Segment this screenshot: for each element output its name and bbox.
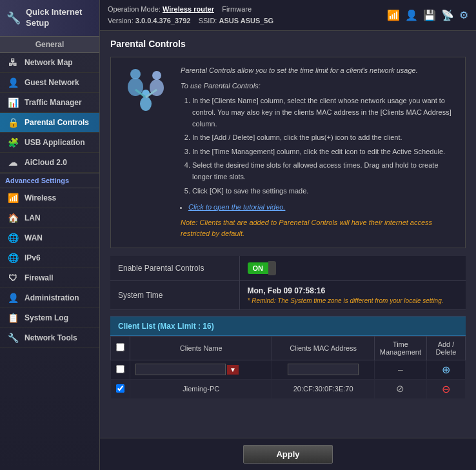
sidebar-item-lan[interactable]: 🏠 LAN — [0, 208, 99, 228]
table-row: Jieming-PC 20:CF:30:0F:3E:70 ⊘ ⊖ — [111, 379, 466, 398]
parental-controls-icon: 🔒 — [6, 117, 19, 128]
steps-list: In the [Clients Name] column, select the… — [192, 95, 455, 197]
step-4: Select the desired time slots for allowe… — [192, 160, 455, 182]
sidebar-item-label: Wireless — [25, 193, 56, 202]
sidebar-item-label: System Log — [25, 313, 68, 322]
row1-mac-input[interactable] — [288, 364, 359, 375]
sidebar-item-traffic-manager[interactable]: 📊 Traffic Manager — [0, 93, 99, 113]
network-map-icon: 🖧 — [6, 57, 19, 68]
sidebar-item-administration[interactable]: 👤 Administration — [0, 288, 99, 308]
col-clients-name-header: Clients Name — [130, 336, 272, 360]
sidebar-item-label: Firewall — [25, 273, 54, 282]
advanced-settings-label: Advanced Settings — [0, 173, 99, 188]
row2-delete-cell: ⊖ — [427, 379, 466, 398]
apply-button[interactable]: Apply — [243, 445, 332, 464]
top-bar-icons: 📶 👤 💾 📡 ⚙ — [387, 9, 468, 21]
wireless-icon: 📶 — [6, 193, 19, 203]
table-row: ▼ – ⊕ — [111, 360, 466, 379]
sidebar-item-label: AiCloud 2.0 — [25, 158, 67, 167]
firewall-icon: 🛡 — [6, 273, 19, 283]
info-box: Parental Controls allow you to set the t… — [110, 57, 466, 248]
row1-time-value: – — [398, 364, 403, 375]
sidebar-header[interactable]: 🔧 Quick Internet Setup — [0, 0, 99, 36]
operation-mode-label: Operation Mode: — [108, 5, 161, 13]
row1-check-cell — [111, 360, 130, 379]
sidebar-item-label: Administration — [25, 293, 79, 302]
sidebar-item-aicloud[interactable]: ☁ AiCloud 2.0 — [0, 153, 99, 173]
row2-checkbox[interactable] — [116, 384, 124, 393]
top-bar: Operation Mode: Wireless router Firmware… — [100, 0, 476, 31]
sidebar-item-label: WAN — [25, 233, 43, 242]
row1-add-btn[interactable]: ⊕ — [442, 364, 450, 375]
client-table-body: ▼ – ⊕ — [111, 360, 466, 398]
sidebar-item-label: Network Tools — [25, 333, 77, 342]
sidebar-item-network-map[interactable]: 🖧 Network Map — [0, 53, 99, 73]
sidebar-item-firewall[interactable]: 🛡 Firewall — [0, 268, 99, 288]
row2-name-value: Jieming-PC — [183, 385, 219, 393]
step-3: In the [Time Management] column, click t… — [192, 146, 455, 158]
tutorial-link[interactable]: Click to open the tutorial video. — [188, 203, 285, 211]
usb-icon[interactable]: 💾 — [423, 9, 436, 21]
general-section-label: General — [0, 36, 99, 53]
signal-icon[interactable]: 📶 — [387, 9, 400, 21]
client-table-header-row: Clients Name Clients MAC Address Time Ma… — [111, 336, 466, 360]
firmware-info: Operation Mode: Wireless router Firmware… — [108, 4, 273, 26]
client-table: Clients Name Clients MAC Address Time Ma… — [110, 336, 466, 399]
aicloud-icon: ☁ — [6, 157, 19, 168]
row1-checkbox[interactable] — [116, 365, 124, 373]
note-text: Note: Clients that are added to Pareneta… — [181, 217, 455, 240]
guest-network-icon: 👤 — [6, 77, 19, 88]
svg-point-5 — [140, 97, 152, 111]
toggle-off-part — [268, 261, 276, 275]
row1-name-input[interactable] — [135, 364, 226, 375]
sidebar-item-system-log[interactable]: 📋 System Log — [0, 308, 99, 328]
wifi-icon[interactable]: 📡 — [441, 9, 454, 21]
step-5: Click [OK] to save the settings made. — [192, 186, 455, 197]
svg-point-2 — [152, 71, 161, 80]
col-check — [111, 336, 130, 360]
svg-point-0 — [130, 69, 141, 79]
user-icon[interactable]: 👤 — [405, 9, 418, 21]
col-add-delete-header: Add / Delete — [427, 336, 466, 360]
sidebar-item-wan[interactable]: 🌐 WAN — [0, 228, 99, 248]
sidebar-item-ipv6[interactable]: 🌐 IPv6 — [0, 248, 99, 268]
sidebar-item-wireless[interactable]: 📶 Wireless — [0, 188, 99, 208]
sidebar-item-guest-network[interactable]: 👤 Guest Network — [0, 73, 99, 93]
sidebar-item-label: USB Application — [25, 138, 85, 147]
firmware-label: Firmware — [222, 5, 252, 13]
row2-mac-value: 20:CF:30:0F:3E:70 — [293, 385, 353, 393]
row1-add-cell: ⊕ — [427, 360, 466, 379]
select-all-checkbox[interactable] — [116, 343, 124, 351]
sidebar-header-text: Quick Internet Setup — [26, 7, 82, 29]
row2-edit-btn[interactable]: ⊘ — [396, 383, 404, 394]
settings-table: Enable Parental Controls ON System Time … — [110, 256, 466, 310]
sidebar-item-network-tools[interactable]: 🔧 Network Tools — [0, 328, 99, 348]
enable-row: Enable Parental Controls ON — [110, 256, 466, 281]
intro-line1: Parental Controls allow you to set the t… — [181, 65, 455, 77]
sidebar-item-label: Network Map — [25, 58, 73, 67]
sidebar-item-parental-controls[interactable]: 🔒 Parental Controls — [0, 113, 99, 133]
lan-icon: 🏠 — [6, 213, 19, 223]
row2-delete-btn[interactable]: ⊖ — [442, 384, 450, 395]
tutorial-list: Click to open the tutorial video. — [188, 202, 455, 213]
ssid-label: SSID: — [199, 17, 217, 24]
col-clients-mac-header: Clients MAC Address — [272, 336, 374, 360]
row1-dropdown-btn[interactable]: ▼ — [227, 365, 239, 375]
sidebar-item-usb-application[interactable]: 🧩 USB Application — [0, 133, 99, 153]
system-time-value-cell: Mon, Feb 09 07:58:16 * Remind: The Syste… — [239, 280, 466, 309]
client-list-header: Client List (Max Limit : 16) — [110, 317, 466, 336]
enable-toggle[interactable]: ON — [248, 261, 277, 275]
ipv6-icon: 🌐 — [6, 253, 19, 263]
sidebar: 🔧 Quick Internet Setup General 🖧 Network… — [0, 0, 100, 470]
wrench-icon: 🔧 — [6, 11, 21, 25]
wan-icon: 🌐 — [6, 233, 19, 243]
network-tools-icon: 🔧 — [6, 333, 19, 343]
content-area: Parental Controls — [100, 31, 476, 438]
intro-line2: To use Parental Controls: — [181, 81, 455, 92]
row2-mac-cell: 20:CF:30:0F:3E:70 — [272, 379, 374, 398]
row1-time-cell: – — [374, 360, 426, 379]
power-icon[interactable]: ⚙ — [459, 9, 468, 21]
operation-mode-value[interactable]: Wireless router — [163, 5, 214, 13]
system-time-row: System Time Mon, Feb 09 07:58:16 * Remin… — [110, 280, 466, 309]
row2-check-cell — [111, 379, 130, 398]
